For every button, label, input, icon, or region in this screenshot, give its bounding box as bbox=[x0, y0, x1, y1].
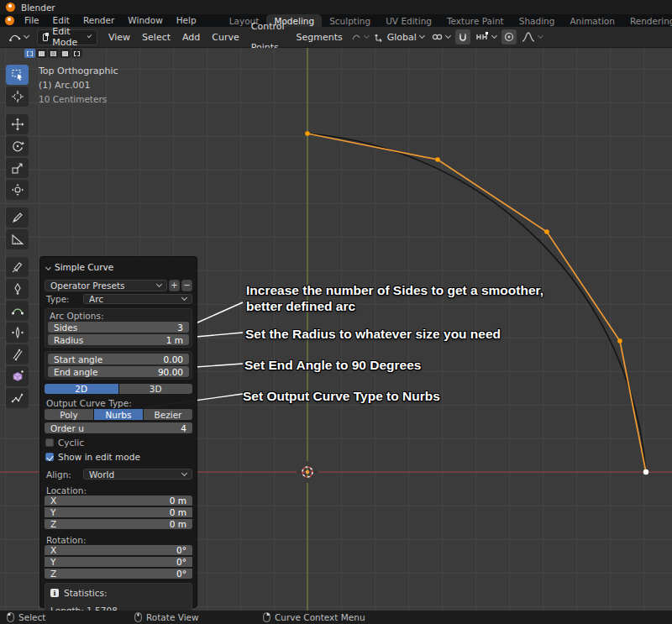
location-y-field[interactable]: Y 0 m bbox=[45, 507, 192, 517]
operator-presets-dropdown[interactable]: Operator Presets bbox=[45, 280, 167, 291]
tab-uv-editing[interactable]: UV Editing bbox=[378, 14, 439, 27]
editor-type-button[interactable] bbox=[5, 29, 33, 45]
snap-toggle-button[interactable] bbox=[455, 29, 470, 45]
proportional-editing-button[interactable] bbox=[501, 29, 517, 45]
cyclic-label: Cyclic bbox=[58, 438, 84, 448]
cyclic-checkbox[interactable] bbox=[45, 438, 54, 447]
tilt-tool[interactable] bbox=[6, 322, 29, 343]
mouse-left-icon bbox=[7, 612, 14, 622]
falloff-curve-icon bbox=[522, 32, 535, 42]
remove-preset-button[interactable]: − bbox=[181, 280, 192, 291]
menu-view[interactable]: View bbox=[102, 27, 136, 48]
panel-header[interactable]: Simple Curve bbox=[45, 260, 192, 274]
blender-window: { "window": { "title": "Blender" }, "men… bbox=[0, 0, 672, 624]
add-preset-button[interactable]: + bbox=[169, 280, 180, 291]
annotate-tool[interactable] bbox=[6, 207, 29, 228]
sides-label: Sides bbox=[54, 322, 177, 333]
rotation-z-field[interactable]: Z 0° bbox=[45, 569, 192, 579]
chevron-down-icon bbox=[538, 33, 543, 39]
3d-button[interactable]: 3D bbox=[119, 384, 193, 394]
topbar: File Edit Render Window Help Layout Mode… bbox=[0, 14, 672, 27]
tab-sculpting[interactable]: Sculpting bbox=[322, 14, 378, 27]
menu-curve[interactable]: Curve bbox=[206, 27, 244, 48]
show-edit-checkbox[interactable] bbox=[45, 453, 54, 461]
chevron-down-icon bbox=[445, 33, 451, 39]
rot-z-value: 0° bbox=[176, 569, 186, 579]
plus-icon: + bbox=[171, 281, 177, 290]
snap-with-button[interactable] bbox=[473, 29, 499, 45]
extrude-tool[interactable] bbox=[6, 301, 29, 321]
rotate-tool[interactable] bbox=[6, 136, 29, 156]
mode-label: Edit Mode bbox=[52, 26, 81, 48]
nurbs-button[interactable]: Nurbs bbox=[94, 409, 143, 420]
align-dropdown[interactable]: World bbox=[83, 469, 192, 480]
show-edit-row: Show in edit mode bbox=[45, 452, 192, 462]
shear-tool[interactable] bbox=[6, 344, 29, 364]
menu-help[interactable]: Help bbox=[170, 14, 203, 27]
2d-button[interactable]: 2D bbox=[45, 384, 118, 394]
minus-icon: − bbox=[183, 281, 190, 290]
menu-segments[interactable]: Segments bbox=[291, 27, 349, 48]
chevron-down-icon bbox=[181, 469, 187, 475]
sides-field[interactable]: Sides 3 bbox=[48, 322, 189, 333]
cursor-tool[interactable] bbox=[6, 87, 29, 107]
select-mode-subtract-button[interactable] bbox=[48, 49, 59, 58]
transform-pivot-button[interactable] bbox=[349, 29, 371, 45]
menu-file[interactable]: File bbox=[18, 14, 46, 27]
bezier-label: Bezier bbox=[155, 410, 182, 420]
arc-options-box: Arc Options: Sides 3 Radius 1 m bbox=[45, 308, 192, 348]
transform-tool[interactable] bbox=[6, 180, 29, 200]
snap-link-icon bbox=[432, 32, 443, 42]
rotation-label: Rotation: bbox=[45, 535, 192, 543]
extrude-icon bbox=[11, 304, 24, 317]
radius-field[interactable]: Radius 1 m bbox=[48, 334, 189, 345]
tab-rendering[interactable]: Rendering bbox=[622, 14, 672, 27]
falloff-dropdown[interactable] bbox=[519, 29, 545, 45]
select-box-tool[interactable] bbox=[6, 65, 29, 85]
start-angle-field[interactable]: Start angle 0.00 bbox=[48, 354, 189, 364]
tab-animation[interactable]: Animation bbox=[562, 14, 622, 27]
tab-texture-paint[interactable]: Texture Paint bbox=[439, 14, 512, 27]
measure-tool[interactable] bbox=[6, 229, 29, 249]
curve-pen-tool[interactable] bbox=[6, 279, 29, 299]
move-tool[interactable] bbox=[6, 114, 29, 134]
order-u-field[interactable]: Order u 4 bbox=[45, 422, 192, 433]
end-angle-field[interactable]: End angle 90.00 bbox=[48, 366, 189, 377]
select-mode-invert-button[interactable] bbox=[60, 49, 71, 58]
window-titlebar: Blender bbox=[0, 0, 672, 14]
extrude-to-cursor-tool[interactable] bbox=[6, 366, 29, 386]
rotate-icon bbox=[11, 139, 24, 153]
menu-window[interactable]: Window bbox=[121, 14, 169, 27]
select-mode-new-button[interactable] bbox=[24, 49, 35, 58]
poly-button[interactable]: Poly bbox=[45, 409, 93, 420]
order-u-value: 4 bbox=[181, 423, 186, 433]
rotation-y-field[interactable]: Y 0° bbox=[45, 557, 192, 567]
mouse-middle-icon bbox=[134, 612, 142, 622]
mode-select[interactable]: Edit Mode bbox=[37, 29, 97, 45]
location-label: Location: bbox=[45, 485, 192, 494]
select-mode-intersect-button[interactable] bbox=[71, 49, 82, 58]
blender-logo-icon bbox=[6, 3, 15, 12]
radius-value: 1 m bbox=[166, 335, 183, 345]
magnet-icon bbox=[458, 32, 468, 42]
bezier-button[interactable]: Bezier bbox=[144, 409, 192, 420]
poly-label: Poly bbox=[60, 410, 78, 420]
location-x-field[interactable]: X 0 m bbox=[45, 496, 192, 506]
rot-x-label: X bbox=[50, 545, 176, 555]
location-z-field[interactable]: Z 0 m bbox=[45, 519, 192, 529]
menu-edit[interactable]: Edit bbox=[46, 14, 76, 27]
menu-add[interactable]: Add bbox=[176, 27, 206, 48]
orientation-dropdown[interactable]: Global bbox=[371, 29, 427, 45]
tab-shading[interactable]: Shading bbox=[512, 14, 563, 27]
type-dropdown[interactable]: Arc bbox=[83, 294, 192, 304]
select-mode-extend-button[interactable] bbox=[36, 49, 47, 58]
draw-tool[interactable] bbox=[6, 257, 29, 277]
snap-target-button[interactable] bbox=[429, 29, 453, 45]
presets-label: Operator Presets bbox=[50, 281, 154, 291]
scale-tool[interactable] bbox=[6, 158, 29, 178]
menu-select[interactable]: Select bbox=[136, 27, 176, 48]
randomize-tool[interactable] bbox=[6, 388, 29, 408]
blender-menu-icon[interactable] bbox=[5, 16, 14, 25]
menu-render[interactable]: Render bbox=[76, 14, 121, 27]
rotation-x-field[interactable]: X 0° bbox=[45, 545, 192, 555]
